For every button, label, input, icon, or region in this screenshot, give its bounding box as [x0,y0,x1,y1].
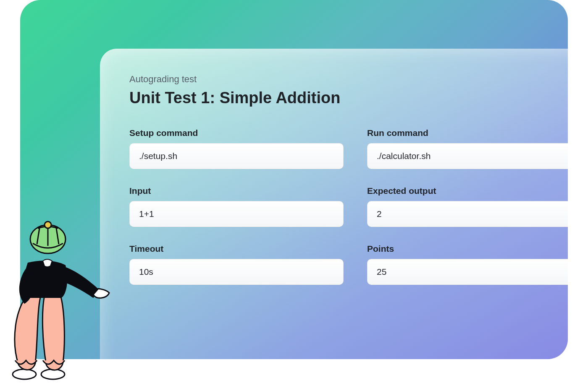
input-input[interactable]: 1+1 [129,201,344,227]
autograding-test-panel: Autograding test Unit Test 1: Simple Add… [100,49,568,359]
field-setup-command: Setup command ./setup.sh [129,128,344,169]
timeout-label: Timeout [129,244,344,254]
svg-point-0 [13,369,36,379]
run-command-label: Run command [367,128,568,138]
svg-point-1 [41,369,65,379]
svg-point-6 [45,222,51,228]
person-illustration-icon [3,216,112,383]
field-run-command: Run command ./calculator.sh [367,128,568,169]
field-input: Input 1+1 [129,186,344,227]
page-title: Unit Test 1: Simple Addition [129,89,568,107]
field-expected-output: Expected output 2 [367,186,568,227]
points-input[interactable]: 25 [367,259,568,285]
setup-command-label: Setup command [129,128,344,138]
input-label: Input [129,186,344,196]
setup-command-input[interactable]: ./setup.sh [129,143,344,169]
expected-output-input[interactable]: 2 [367,201,568,227]
expected-output-label: Expected output [367,186,568,196]
field-points: Points 25 [367,244,568,285]
field-timeout: Timeout 10s [129,244,344,285]
form-grid: Setup command ./setup.sh Run command ./c… [129,128,568,285]
section-label: Autograding test [129,74,568,85]
points-label: Points [367,244,568,254]
timeout-input[interactable]: 10s [129,259,344,285]
run-command-input[interactable]: ./calculator.sh [367,143,568,169]
